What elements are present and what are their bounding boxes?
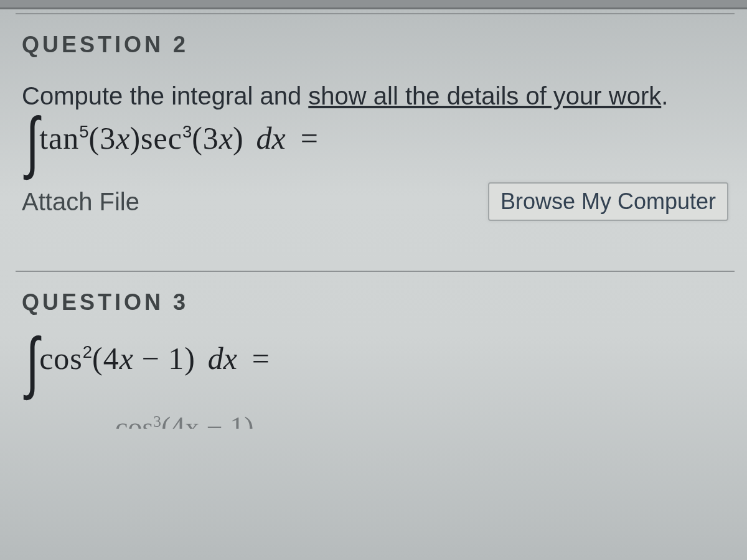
dx-d: d [256, 121, 272, 156]
equals-sign: = [252, 341, 270, 376]
dx-d: d [208, 341, 223, 376]
question-3-partial-answer: cos3(4x − 1) [22, 391, 728, 429]
dx: dx [208, 341, 237, 376]
fn-tan: tan [39, 121, 79, 156]
math-expression: cos2(4x − 1) dx = [39, 340, 270, 376]
equals-sign: = [301, 121, 318, 156]
prompt-text-underlined: show all the details of your work [308, 82, 661, 110]
question-2-header: QUESTION 2 [22, 32, 728, 58]
partial-fn: cos [115, 411, 153, 429]
dx-x: x [272, 121, 286, 156]
question-3-integral: ∫ cos2(4x − 1) dx = [22, 338, 728, 379]
sup-5: 5 [79, 122, 88, 141]
question-2-block: QUESTION 2 Compute the integral and show… [16, 13, 735, 221]
arg2-close: ) [233, 121, 244, 156]
arg1-open: (3 [89, 121, 116, 156]
quiz-page: QUESTION 2 Compute the integral and show… [0, 0, 747, 560]
question-3-block: QUESTION 3 ∫ cos2(4x − 1) dx = cos3(4x −… [16, 271, 735, 429]
partial-answer-text: cos3(4x − 1) [22, 411, 254, 429]
top-divider [0, 0, 747, 9]
prompt-text-tail: . [661, 82, 668, 110]
question-2-integral: ∫ tan5(3x)sec3(3x) dx = [22, 118, 728, 159]
integral-symbol: ∫ [26, 342, 39, 383]
math-expression: tan5(3x)sec3(3x) dx = [39, 120, 318, 156]
arg2-open: (3 [192, 121, 219, 156]
arg1-close: ) [129, 121, 141, 156]
arg1-x: x [116, 121, 129, 156]
prompt-text-plain: Compute the integral and [22, 82, 308, 110]
question-2-prompt: Compute the integral and show all the de… [22, 80, 728, 111]
arg2-x: x [219, 121, 233, 156]
fn-sec: sec [141, 121, 182, 156]
attach-file-row: Attach File Browse My Computer [22, 182, 728, 221]
question-3-header: QUESTION 3 [22, 289, 728, 315]
arg-mid: − 1) [133, 341, 195, 376]
browse-my-computer-button[interactable]: Browse My Computer [488, 182, 728, 221]
arg-x: x [120, 341, 133, 376]
dx: dx [256, 121, 286, 156]
sup-2: 2 [83, 342, 92, 362]
partial-rest: (4x − 1) [161, 411, 254, 429]
partial-sup: 3 [153, 413, 161, 429]
sup-3: 3 [182, 122, 192, 141]
dx-x: x [223, 341, 237, 376]
fn-cos: cos [39, 341, 83, 376]
integral-symbol: ∫ [26, 121, 39, 162]
attach-file-label: Attach File [22, 188, 139, 216]
arg-open: (4 [92, 341, 120, 376]
